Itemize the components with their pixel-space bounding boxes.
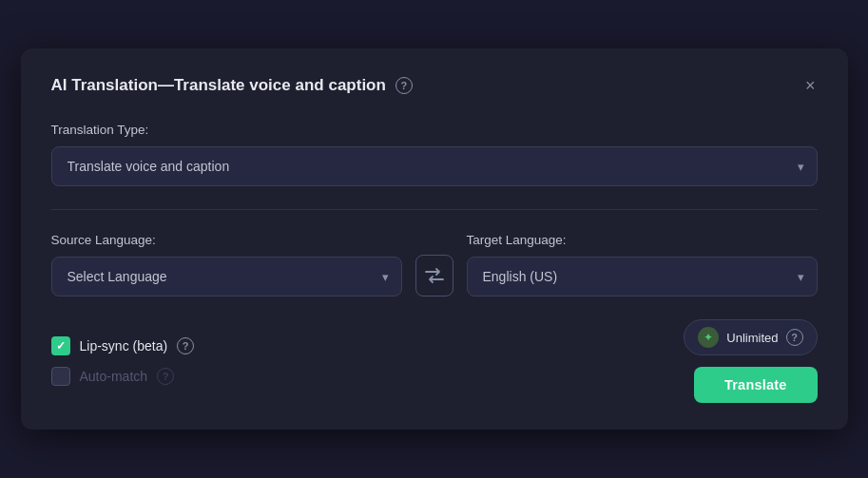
translation-type-section: Translation Type: Translate voice and ca… (51, 123, 818, 186)
title-help-icon[interactable]: ? (395, 77, 413, 94)
dialog-header: AI Translation—Translate voice and capti… (51, 75, 818, 96)
spark-symbol: ✦ (704, 331, 713, 344)
checkmark-icon: ✓ (56, 340, 66, 352)
translation-type-select[interactable]: Translate voice and caption Translate vo… (51, 146, 818, 186)
target-language-label: Target Language: (467, 233, 818, 247)
target-language-select[interactable]: English (US) Spanish French German Chine… (467, 257, 818, 296)
auto-match-row: Auto-match ? (51, 367, 195, 386)
lip-sync-label: Lip-sync (beta) (80, 338, 168, 354)
source-language-label: Source Language: (51, 233, 402, 247)
left-options: ✓ Lip-sync (beta) ? Auto-match ? (51, 336, 195, 386)
close-button[interactable]: × (803, 75, 818, 96)
ai-translation-dialog: AI Translation—Translate voice and capti… (21, 48, 848, 430)
swap-icon (425, 268, 444, 283)
title-group: AI Translation—Translate voice and capti… (51, 76, 413, 95)
unlimited-badge: ✦ Unlimited ? (684, 319, 817, 355)
unlimited-help-icon[interactable]: ? (786, 329, 803, 346)
target-language-wrapper: English (US) Spanish French German Chine… (467, 257, 818, 296)
swap-languages-button[interactable] (415, 255, 453, 296)
translation-type-label: Translation Type: (51, 123, 818, 137)
source-language-col: Source Language: Select Language English… (51, 233, 402, 296)
auto-match-checkbox[interactable] (51, 367, 70, 386)
lip-sync-row: ✓ Lip-sync (beta) ? (51, 336, 195, 355)
lip-sync-help-icon[interactable]: ? (177, 337, 194, 354)
translate-button[interactable]: Translate (694, 367, 817, 403)
right-options: ✦ Unlimited ? Translate (684, 319, 817, 403)
language-row: Source Language: Select Language English… (51, 233, 818, 296)
unlimited-text: Unlimited (726, 331, 778, 345)
section-divider (51, 209, 818, 210)
spark-icon: ✦ (698, 327, 719, 348)
translation-type-wrapper: Translate voice and caption Translate vo… (51, 146, 818, 186)
lip-sync-checkbox[interactable]: ✓ (51, 336, 70, 355)
bottom-row: ✓ Lip-sync (beta) ? Auto-match ? ✦ Unlim… (51, 319, 818, 403)
target-language-col: Target Language: English (US) Spanish Fr… (467, 233, 818, 296)
dialog-title: AI Translation—Translate voice and capti… (51, 76, 386, 95)
source-language-select[interactable]: Select Language English (US) Spanish Fre… (51, 257, 402, 296)
auto-match-help-icon[interactable]: ? (157, 368, 174, 385)
auto-match-label: Auto-match (80, 369, 148, 384)
source-language-wrapper: Select Language English (US) Spanish Fre… (51, 257, 402, 296)
